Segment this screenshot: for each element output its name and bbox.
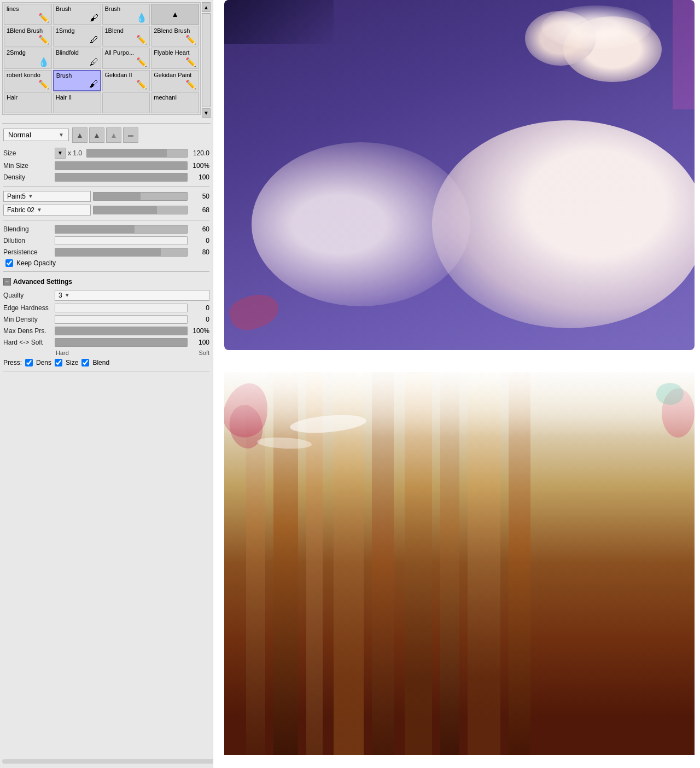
blending-slider-container: 60 — [55, 225, 209, 234]
min-size-slider[interactable] — [55, 161, 188, 170]
brush-icon-robert: ✏️ — [38, 79, 49, 90]
quality-dropdown[interactable]: 3 ▼ — [55, 290, 209, 301]
brush-name-allpurpo: All Purpo... — [105, 49, 135, 56]
brush-type1-row: Paint5 ▼ 50 — [3, 191, 209, 202]
edge-hardness-slider[interactable] — [55, 304, 188, 312]
hard-soft-slider[interactable] — [55, 338, 188, 347]
brush-type1-slider[interactable] — [93, 192, 188, 201]
brush-icon-blindfold: 🖊 — [90, 57, 98, 67]
brush-cell-lines[interactable]: lines ✏️ — [4, 4, 52, 25]
brush-type1-slider-container: 50 — [93, 192, 209, 201]
hard-soft-row: Hard <-> Soft 100 — [3, 338, 209, 347]
blend-mode-arrow: ▼ — [59, 132, 64, 138]
blending-slider[interactable] — [55, 225, 188, 234]
brush-type2-dropdown[interactable]: Fabric 02 ▼ — [3, 205, 91, 216]
dilution-slider[interactable] — [55, 236, 188, 245]
shape-btn-2[interactable]: ▲ — [89, 127, 104, 143]
press-blend-label: Blend — [92, 359, 109, 366]
dilution-slider-container: 0 — [55, 236, 209, 245]
brush-icon-2blend: ✏️ — [185, 34, 196, 45]
max-dens-prs-row: Max Dens Prs. 100% — [3, 327, 209, 335]
brush-type2-slider[interactable] — [93, 206, 188, 214]
brush-scroll-up-btn[interactable]: ▲ — [202, 2, 211, 12]
min-size-slider-fill — [55, 162, 187, 170]
brush-cell-brush1[interactable]: Brush 🖌 — [53, 4, 101, 25]
brush-grid: lines ✏️ Brush 🖌 Brush 💧 ▲ 1Blend Brush … — [2, 2, 201, 115]
brush-cell-1smdg[interactable]: 1Smdg 🖊 — [53, 26, 101, 46]
advanced-collapse-btn[interactable]: − — [3, 278, 11, 286]
size-value: 120.0 — [190, 149, 209, 157]
brush-icon-2smdg: 💧 — [38, 57, 49, 67]
persistence-slider[interactable] — [55, 248, 188, 257]
brush-name-hair: Hair — [7, 94, 18, 101]
brush-cell-gekidan2[interactable]: Gekidan II ✏️ — [102, 70, 150, 91]
density-slider[interactable] — [55, 173, 188, 182]
brush-type1-label: Paint5 — [7, 193, 26, 200]
size-dropdown[interactable]: ▼ — [55, 148, 66, 159]
brush-cell-blindfold[interactable]: Blindfold 🖊 — [53, 48, 101, 68]
brush-cell-hair[interactable]: Hair — [4, 92, 52, 113]
divider-4 — [3, 271, 209, 272]
shape-btn-3[interactable]: ▲ — [106, 127, 121, 143]
size-slider[interactable] — [86, 149, 188, 158]
brush-icon-allpurpo: ✏️ — [136, 57, 147, 67]
size-label: Size — [3, 149, 52, 157]
density-label: Density — [3, 173, 52, 181]
shape-btn-1[interactable]: ▲ — [72, 127, 88, 143]
min-size-row: Min Size 100% — [3, 161, 209, 170]
min-density-label: Min Density — [3, 316, 52, 323]
painting-bottom[interactable] — [224, 372, 695, 755]
canvas-area[interactable] — [213, 0, 700, 768]
press-dens-checkbox[interactable] — [25, 359, 33, 366]
press-row: Press: Dens Size Blend — [3, 359, 209, 366]
brush-name-1smdg: 1Smdg — [56, 27, 75, 34]
brush-panel: lines ✏️ Brush 🖌 Brush 💧 ▲ 1Blend Brush … — [0, 0, 213, 768]
shape-btn-4[interactable]: ▬ — [123, 127, 138, 143]
density-value: 100 — [190, 173, 209, 181]
canvas-panel[interactable] — [213, 0, 700, 768]
cloud-3 — [541, 5, 651, 49]
brush-cell-allpurpo[interactable]: All Purpo... ✏️ — [102, 48, 150, 68]
brush-cell-2blend[interactable]: 2Blend Brush ✏️ — [151, 26, 199, 46]
brush-cell-gekidanpaint[interactable]: Gekidan Paint ✏️ — [151, 70, 199, 91]
brush-cell-hair2[interactable]: Hair II — [53, 92, 101, 113]
brush-type1-arrow: ▼ — [28, 193, 33, 199]
min-density-slider[interactable] — [55, 315, 188, 324]
brush-cell-1blend2[interactable]: 1Blend ✏️ — [102, 26, 150, 46]
brush-scroll-track[interactable] — [202, 13, 211, 107]
max-dens-prs-slider[interactable] — [55, 327, 188, 335]
brush-name-flyable: Flyable Heart — [154, 49, 189, 56]
brush-cell-robert[interactable]: robert kondo ✏️ — [4, 70, 52, 91]
brush-name-brush2: Brush — [105, 5, 121, 13]
brush-name-brushsel: Brush — [56, 72, 72, 79]
brush-type2-value: 68 — [190, 206, 209, 214]
teal-mark — [656, 383, 684, 405]
brush-type1-dropdown[interactable]: Paint5 ▼ — [3, 191, 91, 202]
press-blend-checkbox[interactable] — [81, 359, 89, 366]
min-size-slider-container: 100% — [55, 161, 209, 170]
advanced-settings-header[interactable]: − Advanced Settings — [3, 276, 209, 287]
edge-hardness-slider-container: 0 — [55, 304, 209, 312]
painting-top[interactable] — [224, 0, 695, 350]
brush-type2-fill — [94, 206, 157, 214]
blend-mode-label: Normal — [8, 131, 31, 139]
quality-arrow: ▼ — [65, 292, 70, 298]
keep-opacity-checkbox[interactable] — [5, 259, 13, 267]
brush-cell-1blend[interactable]: 1Blend Brush ✏️ — [4, 26, 52, 46]
persistence-row: Persistence 80 — [3, 248, 209, 257]
brush-grid-wrapper: lines ✏️ Brush 🖌 Brush 💧 ▲ 1Blend Brush … — [2, 2, 201, 118]
brush-icon-gekidan2: ✏️ — [136, 79, 147, 90]
brush-scroll-down-btn[interactable]: ▼ — [202, 108, 211, 118]
blend-mode-dropdown[interactable]: Normal ▼ — [3, 129, 69, 141]
brush-scroll-up[interactable]: ▲ — [151, 4, 199, 25]
persistence-slider-container: 80 — [55, 248, 209, 257]
max-dens-prs-slider-container: 100% — [55, 327, 209, 335]
brush-cell-brushsel[interactable]: Brush 🖌 — [53, 70, 101, 91]
brush-name-2smdg: 2Smdg — [7, 49, 26, 56]
brush-cell-mechani[interactable]: mechani — [151, 92, 199, 113]
press-size-checkbox[interactable] — [55, 359, 62, 366]
brush-grid-area: lines ✏️ Brush 🖌 Brush 💧 ▲ 1Blend Brush … — [2, 2, 211, 118]
brush-cell-flyable[interactable]: Flyable Heart ✏️ — [151, 48, 199, 68]
brush-cell-brush2[interactable]: Brush 💧 — [102, 4, 150, 25]
brush-cell-2smdg[interactable]: 2Smdg 💧 — [4, 48, 52, 68]
